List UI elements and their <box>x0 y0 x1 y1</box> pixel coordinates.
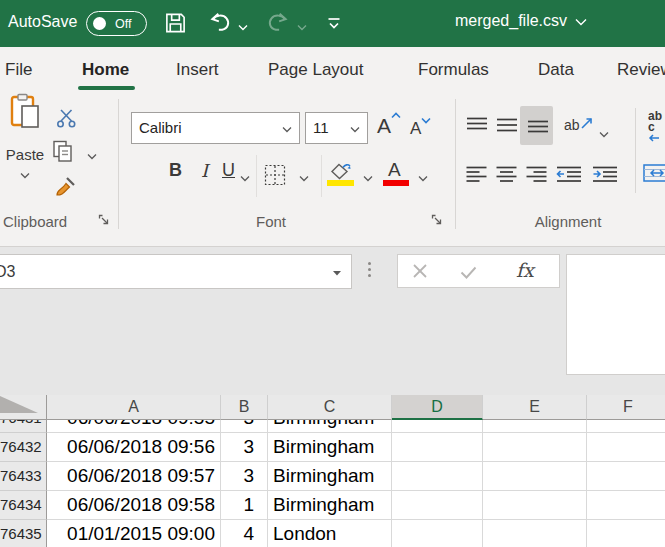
undo-button[interactable] <box>208 11 233 38</box>
cell-e[interactable] <box>483 520 587 547</box>
clipboard-dialog-launcher-icon[interactable] <box>97 213 110 229</box>
name-box[interactable]: D3 <box>0 254 352 289</box>
tab-formulas[interactable]: Formulas <box>418 47 489 93</box>
column-header-f[interactable]: F <box>587 395 665 420</box>
cell-b[interactable]: 1 <box>221 491 268 520</box>
cell-f[interactable] <box>587 462 665 491</box>
middle-align-button[interactable] <box>496 117 518 136</box>
cell-f[interactable] <box>587 433 665 462</box>
tab-data[interactable]: Data <box>538 47 574 93</box>
cell-f[interactable] <box>587 520 665 547</box>
cancel-icon[interactable] <box>412 263 428 283</box>
column-header-c[interactable]: C <box>268 395 392 420</box>
document-title[interactable]: merged_file.csv <box>455 12 587 30</box>
cell-d[interactable] <box>392 520 483 547</box>
row-number[interactable]: 76435 <box>0 520 47 547</box>
increase-font-size-button[interactable]: A <box>377 112 401 138</box>
format-painter-button[interactable] <box>53 175 77 201</box>
tab-file[interactable]: File <box>5 47 32 93</box>
cell-a[interactable]: 06/06/2018 09:55 <box>47 420 221 433</box>
paste-dropdown-chevron-icon[interactable] <box>20 172 30 179</box>
formula-bar-input[interactable] <box>566 254 665 375</box>
cell-d[interactable] <box>392 491 483 520</box>
tab-review[interactable]: Review <box>617 47 665 93</box>
cell-b[interactable]: 3 <box>221 433 268 462</box>
font-dialog-launcher-icon[interactable] <box>430 213 443 229</box>
cell-f[interactable] <box>587 420 665 433</box>
redo-button-disabled[interactable] <box>265 11 290 38</box>
column-header-d-selected[interactable]: D <box>392 395 483 420</box>
decrease-indent-button[interactable] <box>556 166 582 185</box>
borders-button[interactable] <box>264 164 286 189</box>
tab-page-layout[interactable]: Page Layout <box>268 47 363 93</box>
decrease-font-size-button[interactable]: A <box>410 117 431 139</box>
cell-a[interactable]: 06/06/2018 09:56 <box>47 433 221 462</box>
font-color-chevron-icon[interactable] <box>418 170 428 185</box>
column-header-b[interactable]: B <box>221 395 268 420</box>
wrap-text-button[interactable]: abc <box>648 111 665 144</box>
align-right-button[interactable] <box>526 166 547 185</box>
cell-d[interactable] <box>392 420 483 433</box>
orientation-chevron-icon[interactable] <box>599 126 609 141</box>
tab-insert[interactable]: Insert <box>176 47 219 93</box>
cell-c[interactable]: London <box>268 520 392 547</box>
autosave-toggle[interactable]: Off <box>86 11 147 36</box>
row-number[interactable]: 76433 <box>0 462 47 491</box>
italic-button[interactable]: I <box>201 160 208 181</box>
undo-dropdown-chevron-icon[interactable] <box>238 19 248 34</box>
cell-b[interactable]: 3 <box>221 462 268 491</box>
cell-a[interactable]: 01/01/2015 09:00 <box>47 520 221 547</box>
column-header-a[interactable]: A <box>47 395 221 420</box>
spreadsheet-grid: A B C D E F 76431 06/06/2018 09:55 3 Bir… <box>0 395 665 547</box>
cell-e[interactable] <box>483 433 587 462</box>
align-right-icon <box>526 170 547 185</box>
row-number[interactable]: 76434 <box>0 491 47 520</box>
align-center-icon <box>496 170 517 185</box>
bold-button[interactable]: B <box>169 160 182 181</box>
paste-button[interactable]: Paste <box>0 93 50 199</box>
copy-dropdown-chevron-icon[interactable] <box>87 148 97 163</box>
cell-c[interactable]: Birmingham <box>268 491 392 520</box>
font-size-combo[interactable]: 11 <box>305 112 368 144</box>
cell-a[interactable]: 06/06/2018 09:57 <box>47 462 221 491</box>
cell-b[interactable]: 3 <box>221 420 268 433</box>
fill-color-chevron-icon[interactable] <box>363 170 373 185</box>
cell-c[interactable]: Birmingham <box>268 462 392 491</box>
alignment-group-label: Alignment <box>518 213 618 230</box>
top-align-button[interactable] <box>466 117 488 136</box>
copy-button[interactable] <box>51 140 76 166</box>
cell-a[interactable]: 06/06/2018 09:58 <box>47 491 221 520</box>
cut-button[interactable] <box>56 108 78 132</box>
insert-function-button[interactable]: fx <box>516 259 534 281</box>
select-all-corner[interactable] <box>0 395 47 420</box>
orientation-button[interactable]: ab <box>564 115 595 133</box>
cell-e[interactable] <box>483 420 587 433</box>
cell-c[interactable]: Birmingham <box>268 420 392 433</box>
underline-dropdown-chevron-icon[interactable] <box>240 170 250 185</box>
increase-indent-button[interactable] <box>592 166 618 185</box>
cell-d[interactable] <box>392 462 483 491</box>
cell-d[interactable] <box>392 433 483 462</box>
cell-f[interactable] <box>587 491 665 520</box>
tab-home[interactable]: Home <box>82 47 129 93</box>
column-header-e[interactable]: E <box>483 395 587 420</box>
save-button[interactable] <box>164 11 187 38</box>
borders-dropdown-chevron-icon[interactable] <box>299 170 309 185</box>
cell-c[interactable]: Birmingham <box>268 433 392 462</box>
autosave-label: AutoSave <box>8 13 77 31</box>
redo-dropdown-chevron-icon[interactable] <box>297 19 307 34</box>
cell-e[interactable] <box>483 462 587 491</box>
font-name-combo[interactable]: Calibri <box>131 112 300 144</box>
align-center-button[interactable] <box>496 166 517 185</box>
underline-button[interactable]: U <box>222 160 235 181</box>
enter-check-icon[interactable] <box>460 265 477 283</box>
row-number[interactable]: 76431 <box>0 420 47 433</box>
bottom-align-button[interactable] <box>527 117 549 136</box>
align-left-button[interactable] <box>466 166 487 185</box>
row-number[interactable]: 76432 <box>0 433 47 462</box>
cell-b[interactable]: 4 <box>221 520 268 547</box>
font-color-button[interactable]: A <box>388 159 401 181</box>
merge-center-button[interactable] <box>643 164 665 185</box>
cell-e[interactable] <box>483 491 587 520</box>
customize-toolbar-icon[interactable] <box>327 17 341 33</box>
